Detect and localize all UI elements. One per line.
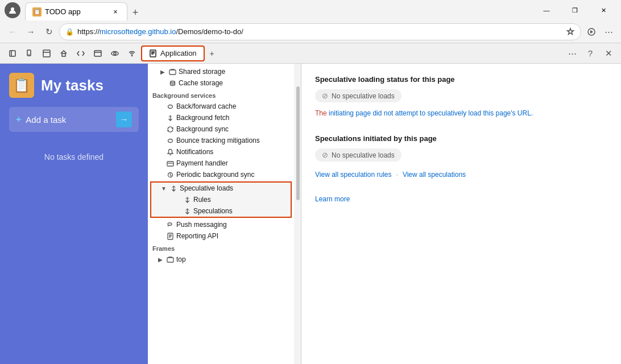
svg-point-12: [114, 52, 116, 55]
no-loads-icon-1: ⊘: [322, 92, 328, 100]
periodic-bg-sync-icon: [166, 171, 174, 179]
tab-favicon: 📋: [32, 7, 42, 16]
add-task-arrow-button[interactable]: →: [116, 111, 132, 127]
payment-handler-item[interactable]: ▶ Payment handler: [148, 158, 294, 169]
section1-title: Speculative loading status for this page: [315, 75, 607, 84]
read-aloud-button[interactable]: [583, 24, 599, 40]
periodic-bg-sync-item[interactable]: ▶ Periodic background sync: [148, 169, 294, 180]
devtools-sidebar: ▶ Shared storage ▶ Cache: [148, 64, 301, 364]
close-button[interactable]: ✕: [590, 2, 616, 18]
code-tool-button[interactable]: [73, 46, 89, 61]
push-messaging-item[interactable]: ▶ Push messaging: [148, 219, 294, 230]
speculative-loads-group: ▼ Speculative loads ▶: [150, 181, 292, 218]
speculative-loads-icon: [169, 184, 177, 192]
info-text-1: The initiating page did not attempt to s…: [315, 108, 607, 118]
periodic-bg-sync-label: Periodic background sync: [176, 171, 254, 179]
devtools-toolbar: Application + ⋯ ? ✕: [0, 43, 621, 64]
bg-sync-icon: [166, 125, 174, 133]
wifi-tool-button[interactable]: [124, 46, 140, 61]
window-controls: — ❒ ✕: [533, 2, 616, 18]
devtools-close-button[interactable]: ✕: [601, 46, 616, 61]
app-panel: 📋 My tasks + Add a task → No tasks defin…: [0, 64, 148, 364]
svg-rect-22: [167, 162, 173, 166]
refresh-button[interactable]: ↻: [41, 24, 57, 40]
new-tab-button[interactable]: +: [127, 5, 143, 20]
devtools-help-button[interactable]: ?: [582, 46, 598, 61]
status-badge-2: ⊘ No speculative loads: [315, 148, 401, 162]
add-tab-button[interactable]: +: [206, 47, 218, 60]
panel-tool-button[interactable]: [39, 46, 55, 61]
title-bar: 📋 TODO app × + — ❒ ✕: [0, 0, 621, 20]
bounce-tracking-label: Bounce tracking mitigations: [176, 136, 260, 144]
view-speculation-rules-link[interactable]: View all speculation rules: [315, 171, 392, 179]
shared-storage-label: Shared storage: [179, 68, 225, 76]
bg-sync-item[interactable]: ▶ Background sync: [148, 123, 294, 135]
top-frame-icon: [166, 255, 174, 263]
link-separator: ·: [396, 171, 398, 179]
sidebar-scrollbar-track[interactable]: [294, 64, 301, 364]
speculative-loads-item[interactable]: ▼ Speculative loads: [151, 183, 291, 194]
svg-rect-6: [43, 50, 50, 57]
bounce-tracking-icon: [166, 136, 174, 144]
profile-icon[interactable]: [5, 2, 20, 18]
mobile-tool-button[interactable]: [22, 46, 38, 61]
bg-fetch-icon: [166, 114, 174, 122]
address-bar[interactable]: 🔒 https://microsoftedge.github.io/Demos/…: [59, 23, 581, 40]
tab-close-button[interactable]: ×: [111, 7, 120, 16]
back-button[interactable]: ←: [5, 24, 20, 40]
view-speculations-link[interactable]: View all speculations: [403, 171, 466, 179]
sidebar-scrollbar-thumb[interactable]: [296, 86, 300, 200]
cache-storage-item[interactable]: ▶ Cache storage: [148, 77, 294, 89]
frames-header: Frames: [148, 242, 294, 254]
learn-more-section: Learn more: [315, 195, 607, 203]
add-task-label: Add a task: [26, 115, 111, 125]
sidebar-wrapper: ▶ Shared storage ▶ Cache: [148, 64, 301, 364]
forward-button[interactable]: →: [23, 24, 39, 40]
url-display: https://microsoftedge.github.io/Demos/de…: [77, 27, 550, 36]
bounce-tracking-item[interactable]: ▶ Bounce tracking mitigations: [148, 135, 294, 146]
active-tab[interactable]: 📋 TODO app ×: [25, 2, 127, 20]
bg-sync-label: Background sync: [176, 125, 229, 133]
favorite-icon[interactable]: [566, 27, 575, 36]
top-frame-label: top: [176, 255, 186, 263]
notifications-label: Notifications: [176, 148, 213, 156]
top-frame-item[interactable]: ▶ top: [148, 254, 294, 265]
speculations-item[interactable]: ▶ Speculations: [151, 205, 291, 217]
payment-handler-icon: [166, 159, 174, 167]
link-row: View all speculation rules · View all sp…: [315, 171, 607, 179]
bg-fetch-item[interactable]: ▶ Background fetch: [148, 112, 294, 123]
svg-rect-2: [10, 51, 15, 56]
shared-storage-item[interactable]: ▶ Shared storage: [148, 66, 294, 77]
svg-rect-18: [169, 70, 176, 75]
learn-more-link[interactable]: Learn more: [315, 195, 350, 203]
no-loads-icon-2: ⊘: [322, 151, 328, 159]
notifications-icon: [166, 148, 174, 156]
app-title: My tasks: [41, 77, 104, 94]
back-forward-cache-item[interactable]: ▶ Back/forward cache: [148, 101, 294, 112]
reporting-api-item[interactable]: ▶ Reporting API: [148, 230, 294, 242]
nav-bar: ← → ↻ 🔒 https://microsoftedge.github.io/…: [0, 20, 621, 43]
application-tab[interactable]: Application: [141, 46, 205, 61]
svg-point-20: [168, 105, 172, 108]
app-logo: 📋: [9, 73, 34, 98]
section2-title: Speculations initiated by this page: [315, 134, 607, 143]
devtools-right-controls: ⋯ ? ✕: [564, 46, 616, 61]
add-task-bar[interactable]: + Add a task →: [9, 107, 139, 132]
browser-tool-button[interactable]: [90, 46, 106, 61]
more-button[interactable]: ⋯: [601, 24, 616, 40]
rules-item[interactable]: ▶ Rules: [151, 194, 291, 205]
minimize-button[interactable]: —: [533, 2, 560, 18]
cursor-tool-button[interactable]: [5, 46, 20, 61]
app-header: 📋 My tasks: [0, 64, 148, 107]
home-tool-button[interactable]: [56, 46, 72, 61]
back-forward-label: Back/forward cache: [176, 102, 236, 110]
restore-button[interactable]: ❒: [562, 2, 588, 18]
svg-rect-9: [94, 51, 101, 56]
payment-handler-label: Payment handler: [176, 159, 228, 167]
sidebar-scroll[interactable]: ▶ Shared storage ▶ Cache: [148, 64, 294, 364]
notifications-item[interactable]: ▶ Notifications: [148, 146, 294, 158]
eye-tool-button[interactable]: [107, 46, 123, 61]
url-domain: microsoftedge.github.io: [100, 27, 176, 36]
devtools-more-button[interactable]: ⋯: [564, 46, 580, 61]
bg-fetch-label: Background fetch: [176, 114, 229, 122]
